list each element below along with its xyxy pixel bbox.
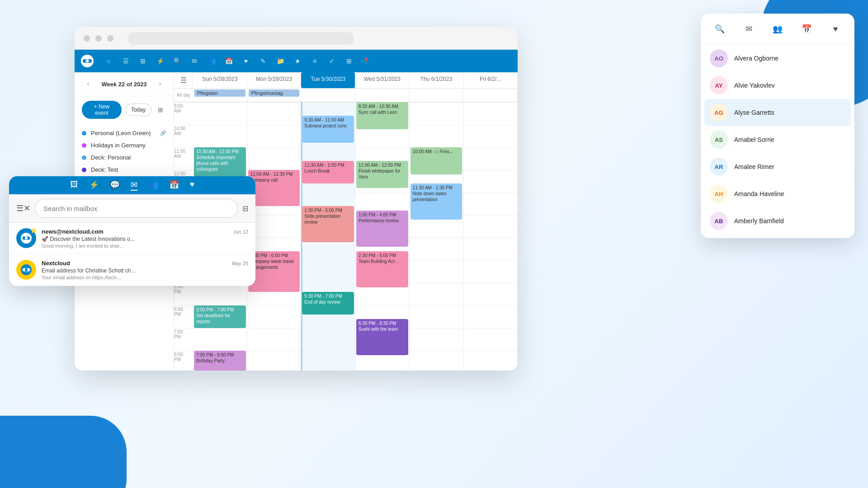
time-line [301,260,355,283]
contact-item[interactable]: AO Alvera Ogborne [701,45,854,72]
contacts-people-icon[interactable]: 👥 [769,21,786,37]
contact-item-selected[interactable]: AG Alyse Garretts [704,99,851,126]
time-line [247,125,301,147]
calendar-event[interactable]: 9:30 AM - 11:00 AMSubrana project sync [302,116,354,143]
day-name: Fri 6/2/... [465,76,515,82]
contact-item[interactable]: AS Amabel Sorrie [701,126,854,153]
contact-name: Alyse Garretts [734,109,774,116]
contact-item[interactable]: AB Amberly Bamfield [701,207,854,235]
nav-search-icon[interactable]: 🔍 [170,54,184,68]
nav-tasks-icon[interactable]: ♥ [239,54,253,68]
calendar-color-dot [82,143,86,148]
contacts-search-icon[interactable]: 🔍 [712,21,728,37]
calendar-event[interactable]: 8:30 AM - 10:30 AMSync call with Leon [356,102,408,129]
time-line [247,102,301,125]
time-line [463,305,517,328]
mail-bar-activity-icon[interactable]: ⚡ [89,180,99,191]
time-slot: 10:00 AM [174,125,193,147]
calendar-event[interactable]: 11:00 AM - 12:30 PMCompany call [248,170,300,206]
calendar-event[interactable]: 10:00 AM - □ Finis... [410,147,462,174]
nav-notes-icon[interactable]: ✎ [256,54,270,68]
calendar-event[interactable]: 1:30 PM - 5:00 PMSlide presentation revi… [302,206,354,242]
mail-item[interactable]: Nextcloud May 25 Email address for Chris… [9,254,255,286]
contact-name: Amabel Sorrie [734,136,774,143]
nav-photos-icon[interactable]: ⊞ [136,54,150,68]
contacts-mail-icon[interactable]: ✉ [741,21,757,37]
sidebar-nav: ‹ Week 22 of 2023 › [75,72,174,96]
mail-filter-icon[interactable]: ⊟ [242,204,248,213]
mail-bar-favorites-icon[interactable]: ♥ [190,180,195,191]
new-event-button[interactable]: + New event [82,101,122,119]
nav-files-icon[interactable]: ☰ [119,54,132,68]
nav-contacts-icon[interactable]: 👥 [205,54,218,68]
calendar-event[interactable]: 7:00 PM - 9:00 PMBirthday Party [194,351,246,371]
sidebar-prev-btn[interactable]: ‹ [82,78,94,90]
day-name: Mon 5/29/2023 [249,76,299,82]
mail-panel: 🖼 ⚡ 💬 ✉ 👥 📅 ♥ ☰✕ ⊟ ⭐ news@nextcloud.com … [9,176,255,286]
day-header-thu: Thu 6/1/2023 [410,72,464,88]
nextcloud-logo-yellow-icon [20,264,32,276]
calendar-event[interactable]: 11:30 AM - 1:30 PMNote down dates presen… [410,183,462,220]
time-line [463,125,517,147]
calendar-color-dot [82,131,86,136]
mail-search-input[interactable] [35,199,238,218]
list-item[interactable]: Deck: Test [75,164,174,176]
nav-bookmarks-icon[interactable]: ★ [291,54,304,68]
sidebar-next-btn[interactable]: › [154,78,166,90]
list-item[interactable]: Holidays in Germany [75,139,174,151]
mail-bar-calendar-icon[interactable]: 📅 [169,180,179,191]
list-item[interactable]: Deck: Personal [75,151,174,164]
nav-grid-icon[interactable]: ⊞ [342,54,356,68]
nav-circle-icon[interactable]: ○ [102,54,115,68]
mail-bar-photos-icon[interactable]: 🖼 [70,180,78,191]
time-line [410,125,463,147]
time-line [410,102,463,125]
time-line [410,351,463,371]
mail-star-icon: ⭐ [30,227,37,234]
time-line [193,102,247,125]
allday-label: All day [174,89,193,102]
list-item[interactable]: Personal (Leon Green) 🔗 [75,127,174,139]
time-line [193,283,247,305]
nav-check-icon[interactable]: ✓ [325,54,339,68]
nav-deck-icon[interactable]: 📁 [274,54,287,68]
time-line [301,328,355,351]
mail-menu-icon[interactable]: ☰✕ [16,203,30,213]
mail-bar-mail-icon[interactable]: ✉ [131,180,137,191]
mail-bar-chat-icon[interactable]: 💬 [110,180,120,191]
contact-item[interactable]: AY Alvie Yakovlev [701,72,854,99]
browser-dot-red [84,35,90,42]
nav-list-icon[interactable]: ≡ [308,54,321,68]
calendar-event[interactable]: 2:30 PM - 6:00 PMCompany week travel arr… [248,251,300,292]
allday-event[interactable]: Pfingstmontag [249,89,300,97]
calendar-event[interactable]: 1:00 PM - 4:00 PMPerformance review [356,211,408,247]
mail-bar-contacts-icon[interactable]: 👥 [148,180,158,191]
calendar-event[interactable]: 11:00 AM - 12:00 PMFinish whitepaper for… [356,161,408,188]
view-grid-button[interactable]: ⊞ [155,103,166,116]
calendar-event[interactable]: 11:30 AM - 1:00 PMLunch Break [302,161,354,183]
browser-dot-yellow [95,35,102,42]
mail-sender: news@nextcloud.com [42,228,104,235]
contact-item[interactable]: AR Amalee Rimer [701,153,854,180]
allday-event[interactable]: Pfingsten [194,89,245,97]
nav-calendar-icon[interactable]: 📅 [222,54,236,68]
calendar-event[interactable]: 5:00 PM - 7:00 PMSet deadlines for repor… [194,305,246,328]
time-line [463,328,517,351]
contact-item[interactable]: AH Amanda Haveline [701,180,854,207]
calendar-event[interactable]: 2:30 PM - 5:00 PMTeam Building Act... [356,251,408,287]
nav-mail-icon[interactable]: ✉ [188,54,201,68]
mail-item[interactable]: ⭐ news@nextcloud.com Jun 12 🚀 Discover t… [9,223,255,254]
calendar-event[interactable]: 5:30 PM - 7:00 PMEnd of day review [302,292,354,314]
calendar-menu-icon[interactable]: ☰ [174,72,193,88]
nav-activity-icon[interactable]: ⚡ [153,54,167,68]
contacts-heart-icon[interactable]: ♥ [827,21,844,37]
time-line [463,283,517,305]
time-slot: 6:00 PM [174,305,193,328]
calendar-event[interactable]: 6:30 PM - 8:30 PMSushi with the team [356,319,408,355]
today-button[interactable]: Today [125,103,151,116]
day-name: Sun 5/28/2023 [195,76,245,82]
time-line [463,238,517,260]
nav-map-icon[interactable]: 📍 [359,54,373,68]
nc-logo-icon [80,54,94,68]
contacts-calendar-icon[interactable]: 📅 [798,21,815,37]
